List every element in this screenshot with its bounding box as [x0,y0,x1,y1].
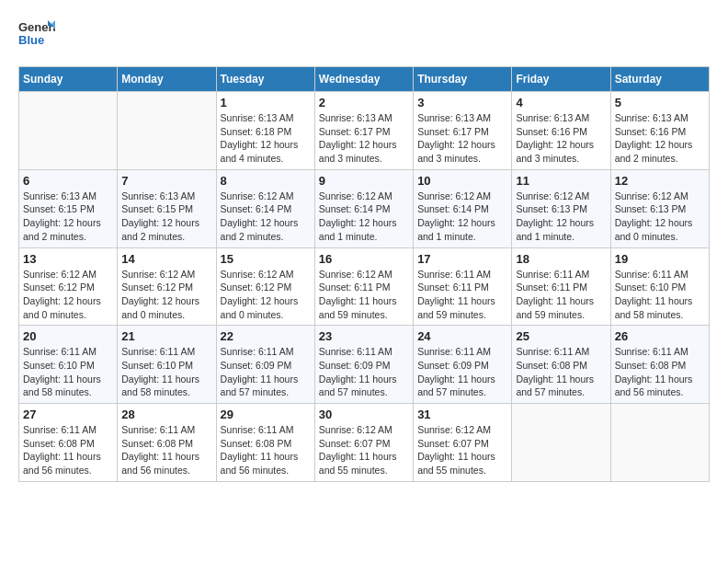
calendar-cell [610,404,709,482]
weekday-header-row: SundayMondayTuesdayWednesdayThursdayFrid… [19,67,710,92]
calendar-cell: 24Sunrise: 6:11 AM Sunset: 6:09 PM Dayli… [414,326,512,404]
calendar-cell: 28Sunrise: 6:11 AM Sunset: 6:08 PM Dayli… [118,404,216,482]
day-number: 5 [615,96,705,109]
day-number: 7 [121,174,211,188]
day-detail: Sunrise: 6:12 AM Sunset: 6:13 PM Dayligh… [615,190,705,244]
calendar-cell [118,92,216,170]
day-detail: Sunrise: 6:12 AM Sunset: 6:12 PM Dayligh… [121,268,211,322]
day-number: 1 [221,96,311,109]
day-detail: Sunrise: 6:11 AM Sunset: 6:10 PM Dayligh… [23,345,113,399]
day-detail: Sunrise: 6:13 AM Sunset: 6:16 PM Dayligh… [615,111,705,166]
day-detail: Sunrise: 6:12 AM Sunset: 6:12 PM Dayligh… [23,268,113,322]
day-number: 11 [516,174,606,188]
day-detail: Sunrise: 6:11 AM Sunset: 6:09 PM Dayligh… [221,345,311,399]
day-number: 19 [615,252,705,266]
day-detail: Sunrise: 6:13 AM Sunset: 6:16 PM Dayligh… [516,111,606,166]
day-number: 27 [23,408,113,421]
day-detail: Sunrise: 6:11 AM Sunset: 6:08 PM Dayligh… [615,345,705,399]
day-number: 6 [23,174,113,188]
calendar-cell: 18Sunrise: 6:11 AM Sunset: 6:11 PM Dayli… [512,247,610,326]
day-detail: Sunrise: 6:12 AM Sunset: 6:12 PM Dayligh… [221,268,311,322]
calendar-cell: 3Sunrise: 6:13 AM Sunset: 6:17 PM Daylig… [414,92,512,170]
calendar-cell: 30Sunrise: 6:12 AM Sunset: 6:07 PM Dayli… [314,404,413,482]
day-number: 13 [23,252,113,266]
day-detail: Sunrise: 6:11 AM Sunset: 6:08 PM Dayligh… [516,345,606,399]
day-number: 23 [319,329,409,343]
calendar-cell: 4Sunrise: 6:13 AM Sunset: 6:16 PM Daylig… [512,92,610,170]
calendar-cell: 7Sunrise: 6:13 AM Sunset: 6:15 PM Daylig… [118,169,216,247]
day-detail: Sunrise: 6:12 AM Sunset: 6:14 PM Dayligh… [417,190,507,244]
day-detail: Sunrise: 6:11 AM Sunset: 6:08 PM Dayligh… [23,423,113,477]
calendar-cell: 17Sunrise: 6:11 AM Sunset: 6:11 PM Dayli… [414,247,512,326]
calendar-week-row: 1Sunrise: 6:13 AM Sunset: 6:18 PM Daylig… [19,92,710,170]
calendar-table: SundayMondayTuesdayWednesdayThursdayFrid… [18,66,710,482]
day-detail: Sunrise: 6:11 AM Sunset: 6:10 PM Dayligh… [121,345,211,399]
weekday-header-cell: Tuesday [216,67,314,92]
weekday-header-cell: Friday [512,67,610,92]
calendar-cell: 20Sunrise: 6:11 AM Sunset: 6:10 PM Dayli… [19,326,118,404]
day-detail: Sunrise: 6:11 AM Sunset: 6:08 PM Dayligh… [121,423,211,477]
weekday-header-cell: Wednesday [314,67,413,92]
day-detail: Sunrise: 6:12 AM Sunset: 6:11 PM Dayligh… [319,268,409,322]
day-number: 28 [121,408,211,421]
day-number: 18 [516,252,606,266]
day-detail: Sunrise: 6:12 AM Sunset: 6:07 PM Dayligh… [417,423,507,477]
calendar-cell: 26Sunrise: 6:11 AM Sunset: 6:08 PM Dayli… [610,326,709,404]
day-detail: Sunrise: 6:12 AM Sunset: 6:14 PM Dayligh… [221,190,311,244]
day-detail: Sunrise: 6:11 AM Sunset: 6:09 PM Dayligh… [417,345,507,399]
day-detail: Sunrise: 6:13 AM Sunset: 6:17 PM Dayligh… [319,111,409,166]
day-detail: Sunrise: 6:12 AM Sunset: 6:07 PM Dayligh… [319,423,409,477]
day-detail: Sunrise: 6:11 AM Sunset: 6:08 PM Dayligh… [221,423,311,477]
calendar-week-row: 20Sunrise: 6:11 AM Sunset: 6:10 PM Dayli… [19,326,710,404]
day-number: 17 [417,252,507,266]
calendar-cell: 5Sunrise: 6:13 AM Sunset: 6:16 PM Daylig… [610,92,709,170]
weekday-header-cell: Thursday [414,67,512,92]
calendar-cell [19,92,118,170]
weekday-header-cell: Saturday [610,67,709,92]
calendar-cell: 29Sunrise: 6:11 AM Sunset: 6:08 PM Dayli… [216,404,314,482]
calendar-week-row: 6Sunrise: 6:13 AM Sunset: 6:15 PM Daylig… [19,169,710,247]
day-detail: Sunrise: 6:12 AM Sunset: 6:13 PM Dayligh… [516,190,606,244]
calendar-week-row: 27Sunrise: 6:11 AM Sunset: 6:08 PM Dayli… [19,404,710,482]
page-header: General Blue [18,18,710,52]
calendar-cell: 25Sunrise: 6:11 AM Sunset: 6:08 PM Dayli… [512,326,610,404]
day-number: 25 [516,329,606,343]
day-number: 30 [319,408,409,421]
day-number: 4 [516,96,606,109]
calendar-cell: 19Sunrise: 6:11 AM Sunset: 6:10 PM Dayli… [610,247,709,326]
calendar-cell: 14Sunrise: 6:12 AM Sunset: 6:12 PM Dayli… [118,247,216,326]
calendar-cell: 21Sunrise: 6:11 AM Sunset: 6:10 PM Dayli… [118,326,216,404]
calendar-cell: 1Sunrise: 6:13 AM Sunset: 6:18 PM Daylig… [216,92,314,170]
svg-text:Blue: Blue [18,33,44,47]
day-number: 21 [121,329,211,343]
day-detail: Sunrise: 6:11 AM Sunset: 6:10 PM Dayligh… [615,268,705,322]
calendar-cell: 10Sunrise: 6:12 AM Sunset: 6:14 PM Dayli… [414,169,512,247]
calendar-cell: 23Sunrise: 6:11 AM Sunset: 6:09 PM Dayli… [314,326,413,404]
day-number: 9 [319,174,409,188]
calendar-cell: 9Sunrise: 6:12 AM Sunset: 6:14 PM Daylig… [314,169,413,247]
day-number: 15 [221,252,311,266]
day-number: 10 [417,174,507,188]
calendar-cell: 31Sunrise: 6:12 AM Sunset: 6:07 PM Dayli… [414,404,512,482]
day-number: 2 [319,96,409,109]
logo-icon: General Blue [18,18,55,52]
day-detail: Sunrise: 6:11 AM Sunset: 6:11 PM Dayligh… [516,268,606,322]
calendar-week-row: 13Sunrise: 6:12 AM Sunset: 6:12 PM Dayli… [19,247,710,326]
logo: General Blue [18,18,55,52]
weekday-header-cell: Monday [118,67,216,92]
day-number: 8 [221,174,311,188]
day-detail: Sunrise: 6:13 AM Sunset: 6:17 PM Dayligh… [417,111,507,166]
calendar-cell: 2Sunrise: 6:13 AM Sunset: 6:17 PM Daylig… [314,92,413,170]
day-number: 3 [417,96,507,109]
day-number: 26 [615,329,705,343]
calendar-cell: 11Sunrise: 6:12 AM Sunset: 6:13 PM Dayli… [512,169,610,247]
calendar-cell: 8Sunrise: 6:12 AM Sunset: 6:14 PM Daylig… [216,169,314,247]
calendar-cell [512,404,610,482]
day-number: 29 [221,408,311,421]
calendar-cell: 15Sunrise: 6:12 AM Sunset: 6:12 PM Dayli… [216,247,314,326]
day-number: 20 [23,329,113,343]
weekday-header-cell: Sunday [19,67,118,92]
day-detail: Sunrise: 6:11 AM Sunset: 6:09 PM Dayligh… [319,345,409,399]
day-number: 14 [121,252,211,266]
calendar-cell: 6Sunrise: 6:13 AM Sunset: 6:15 PM Daylig… [19,169,118,247]
